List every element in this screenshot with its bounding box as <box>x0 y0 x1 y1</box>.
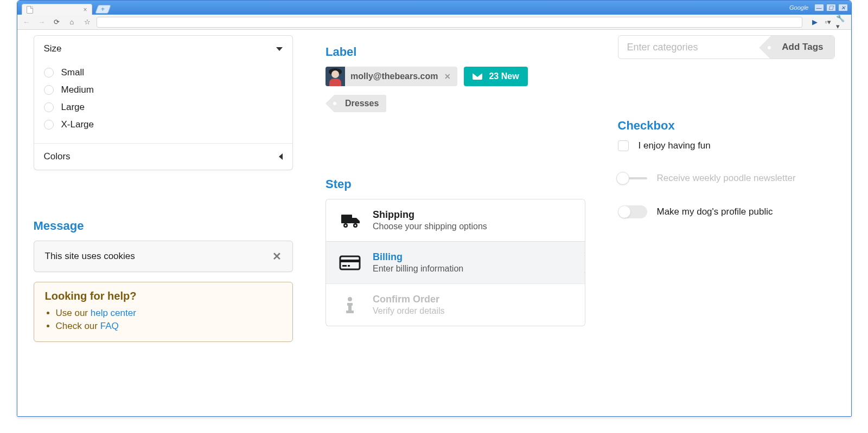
warning-heading: Looking for help? <box>45 290 282 302</box>
radio-option[interactable]: Medium <box>44 81 283 99</box>
tag-input-group: Add Tags <box>618 35 835 59</box>
caret-left-icon <box>279 153 283 160</box>
step-title: Billing <box>373 251 463 263</box>
svg-rect-12 <box>346 311 354 313</box>
reload-button[interactable]: ⟳ <box>51 17 63 28</box>
slider-toggle <box>618 173 647 183</box>
step-desc: Enter billing information <box>373 264 463 274</box>
play-icon[interactable]: ▶ <box>809 17 821 28</box>
checkbox-icon <box>618 140 629 151</box>
faq-link[interactable]: FAQ <box>100 321 119 331</box>
radio-label: Small <box>61 67 85 78</box>
browser-titlebar: × + Google — ☐ ✕ <box>17 1 851 15</box>
tab-close-icon[interactable]: × <box>83 6 87 14</box>
browser-brand: Google <box>789 4 808 11</box>
steps: Shipping Choose your shipping options Bi… <box>326 199 585 326</box>
window-close-button[interactable]: ✕ <box>838 4 848 11</box>
delete-icon[interactable]: ✕ <box>443 72 457 81</box>
svg-rect-5 <box>340 256 360 269</box>
image-label-text: molly@thebears.com <box>345 72 443 81</box>
radio-option[interactable]: Small <box>44 64 283 81</box>
svg-rect-6 <box>340 260 360 262</box>
right-column: Add Tags Checkbox I enjoy having fun Rec… <box>618 35 835 342</box>
page-viewport: Size Small Medium <box>17 30 851 416</box>
accordion-title-label: Colors <box>44 151 71 162</box>
step-shipping[interactable]: Shipping Choose your shipping options <box>326 199 585 241</box>
new-tab-button[interactable]: + <box>95 5 111 14</box>
step-title: Shipping <box>373 209 487 221</box>
radio-icon <box>44 68 54 77</box>
accordion-content-size: Small Medium Large X-Large <box>34 62 293 143</box>
slider-row[interactable]: Receive weekly poodle newsletter <box>618 173 835 184</box>
toggle-switch <box>618 205 647 218</box>
wrench-icon[interactable]: 🔧▾ <box>836 17 848 28</box>
warning-list-item: Use our help center <box>56 307 282 320</box>
step-billing[interactable]: Billing Enter billing information <box>326 241 585 283</box>
home-button[interactable]: ⌂ <box>66 17 78 28</box>
new-mail-label[interactable]: 23 New <box>464 67 527 86</box>
svg-point-9 <box>348 297 352 301</box>
accordion-title-size[interactable]: Size <box>34 36 293 62</box>
tab-strip: × + <box>22 1 110 15</box>
warning-list-item: Check our FAQ <box>56 320 282 333</box>
accordion: Size Small Medium <box>34 35 293 170</box>
section-heading-message: Message <box>34 219 293 233</box>
svg-rect-7 <box>342 265 347 267</box>
window-minimize-button[interactable]: — <box>814 4 824 11</box>
section-heading-checkbox: Checkbox <box>618 119 835 133</box>
toggle-row[interactable]: Make my dog's profile public <box>618 205 835 218</box>
help-center-link[interactable]: help center <box>91 308 136 318</box>
page-action-icon[interactable]: ▫▾ <box>822 17 834 28</box>
bookmark-button[interactable]: ☆ <box>81 17 93 28</box>
radio-icon <box>44 85 54 95</box>
truck-icon <box>339 212 361 229</box>
address-bar[interactable] <box>97 17 802 28</box>
accordion-title-colors[interactable]: Colors <box>34 144 293 170</box>
tag-label-text: Dresses <box>345 99 379 108</box>
checkbox-row[interactable]: I enjoy having fun <box>618 140 835 151</box>
toggle-label: Make my dog's profile public <box>657 206 773 217</box>
warning-message: Looking for help? Use our help center Ch… <box>34 282 293 342</box>
add-tags-label: Add Tags <box>782 42 823 53</box>
radio-label: Medium <box>61 85 94 95</box>
radio-icon <box>44 102 54 112</box>
svg-rect-11 <box>348 303 352 312</box>
svg-point-2 <box>345 224 347 226</box>
categories-input[interactable] <box>618 36 771 59</box>
step-desc: Choose your shipping options <box>373 222 487 231</box>
step-title: Confirm Order <box>373 294 445 305</box>
window-maximize-button[interactable]: ☐ <box>826 4 836 11</box>
forward-button[interactable]: → <box>36 17 48 28</box>
mail-icon <box>473 73 482 80</box>
section-heading-label: Label <box>326 45 585 59</box>
radio-option[interactable]: X-Large <box>44 116 283 133</box>
checkbox-label: I enjoy having fun <box>639 140 711 151</box>
credit-card-icon <box>339 255 361 270</box>
add-tags-button[interactable]: Add Tags <box>771 36 834 59</box>
svg-rect-8 <box>348 265 350 267</box>
window-controls: Google — ☐ ✕ <box>789 4 847 15</box>
step-confirm[interactable]: Confirm Order Verify order details <box>326 283 585 326</box>
new-count-text: 23 New <box>489 72 519 81</box>
info-icon <box>339 296 361 314</box>
svg-point-4 <box>355 224 356 226</box>
section-heading-step: Step <box>326 177 585 191</box>
radio-label: Large <box>61 102 85 113</box>
step-desc: Verify order details <box>373 306 445 316</box>
tag-label[interactable]: Dresses <box>334 95 386 112</box>
close-icon[interactable]: ✕ <box>272 250 282 263</box>
browser-window: × + Google — ☐ ✕ ← → ⟳ ⌂ ☆ ▶ ▫▾ 🔧▾ <box>17 0 852 417</box>
back-button[interactable]: ← <box>21 17 33 28</box>
browser-tab[interactable]: × <box>22 4 92 15</box>
message-box: This site uses cookies ✕ <box>34 241 293 272</box>
radio-option[interactable]: Large <box>44 99 283 116</box>
middle-column: Label molly@thebears.com ✕ 23 New <box>326 35 585 342</box>
radio-label: X-Large <box>61 119 94 130</box>
browser-toolbar: ← → ⟳ ⌂ ☆ ▶ ▫▾ 🔧▾ <box>17 15 851 30</box>
image-label[interactable]: molly@thebears.com ✕ <box>326 67 457 86</box>
message-text: This site uses cookies <box>45 251 135 262</box>
page-icon <box>27 6 33 14</box>
left-column: Size Small Medium <box>34 35 293 342</box>
accordion-title-label: Size <box>44 43 62 54</box>
caret-down-icon <box>276 47 283 51</box>
